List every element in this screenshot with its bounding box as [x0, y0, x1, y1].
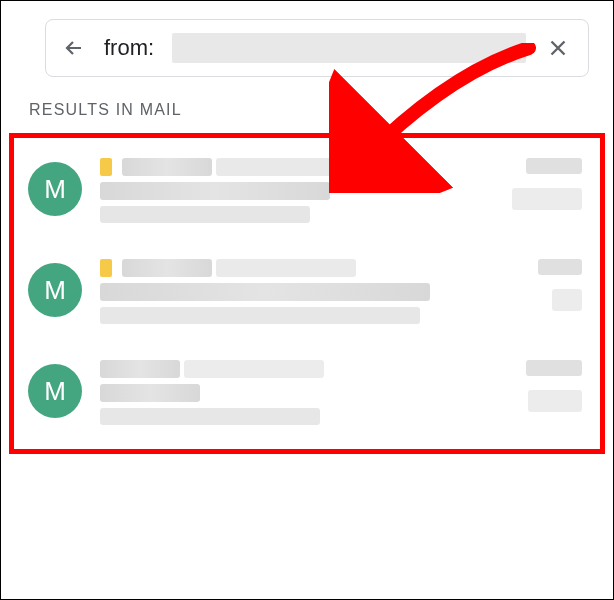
date-redacted [538, 259, 582, 275]
snippet-redacted [100, 307, 420, 324]
clear-search-icon[interactable] [544, 34, 572, 62]
sender-redacted [216, 158, 416, 176]
mail-content [100, 259, 494, 324]
mail-content [100, 360, 494, 425]
subject-redacted [100, 283, 430, 301]
date-redacted [526, 360, 582, 376]
snippet-redacted [100, 408, 320, 425]
avatar: M [28, 364, 82, 418]
results-highlight-box: M M [9, 133, 605, 454]
sender-redacted [122, 259, 212, 277]
mail-item[interactable]: M [14, 247, 600, 348]
mail-meta [512, 360, 582, 412]
results-section-header: RESULTS IN MAIL [1, 77, 613, 133]
mail-meta [512, 158, 582, 210]
search-query-value-redacted [172, 33, 526, 63]
mail-meta [512, 259, 582, 311]
date-redacted [526, 158, 582, 174]
snippet-redacted [100, 206, 310, 223]
sender-redacted [122, 158, 212, 176]
star-label-redacted[interactable] [512, 188, 582, 210]
importance-marker-icon [100, 259, 112, 277]
importance-marker-icon [100, 158, 112, 176]
mail-content [100, 158, 494, 223]
star-label-redacted[interactable] [528, 390, 582, 412]
sender-redacted [184, 360, 324, 378]
star-label-redacted[interactable] [552, 289, 582, 311]
back-arrow-icon[interactable] [62, 36, 86, 60]
avatar: M [28, 263, 82, 317]
search-query-prefix: from: [104, 35, 154, 61]
mail-item[interactable]: M [14, 348, 600, 439]
avatar: M [28, 162, 82, 216]
sender-redacted [100, 360, 180, 378]
sender-redacted [216, 259, 356, 277]
subject-redacted [100, 384, 200, 402]
search-bar[interactable]: from: [45, 19, 589, 77]
mail-item[interactable]: M [14, 154, 600, 247]
subject-redacted [100, 182, 330, 200]
